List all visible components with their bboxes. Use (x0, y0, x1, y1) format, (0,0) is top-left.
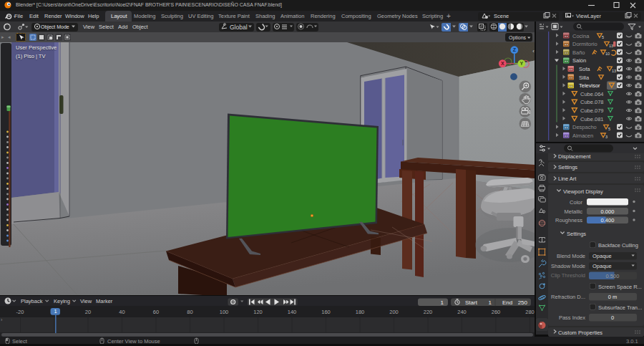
svg-text:Custom Properties: Custom Properties (558, 330, 602, 336)
svg-text:‹: ‹ (532, 48, 535, 54)
svg-text:X: X (501, 61, 504, 66)
svg-text:Baño: Baño (572, 49, 585, 56)
svg-text:13: 13 (612, 69, 616, 73)
svg-text:260: 260 (492, 309, 501, 315)
svg-text:40: 40 (119, 309, 125, 315)
svg-text:-20: -20 (16, 309, 24, 315)
svg-text:0.000: 0.000 (601, 208, 615, 215)
svg-text:Dormitorio: Dormitorio (572, 41, 597, 47)
svg-text:Settings: Settings (567, 231, 586, 237)
svg-text:250: 250 (518, 299, 528, 306)
svg-text:Marker: Marker (96, 298, 113, 304)
svg-text:Displacement: Displacement (558, 153, 591, 160)
svg-text:Almacen: Almacen (572, 133, 593, 139)
svg-text:180: 180 (356, 309, 365, 315)
svg-text:Cube.064: Cube.064 (580, 91, 604, 97)
svg-text:20: 20 (85, 309, 91, 315)
svg-text:Keying: Keying (54, 298, 70, 304)
svg-text:Televisor: Televisor (579, 82, 600, 89)
svg-text:Clip Threshold: Clip Threshold (551, 272, 585, 279)
svg-text:0.400: 0.400 (601, 217, 615, 224)
svg-text:100: 100 (220, 309, 229, 315)
svg-text:Roughness: Roughness (555, 217, 582, 224)
svg-text:0 m: 0 m (608, 294, 618, 300)
svg-text:5: 5 (608, 127, 610, 131)
svg-text:Screen Space R...: Screen Space R... (598, 284, 642, 290)
svg-text:Cube.078: Cube.078 (580, 99, 604, 105)
svg-text:Y: Y (520, 61, 524, 66)
svg-text:Cube.081: Cube.081 (580, 116, 604, 122)
svg-text:140: 140 (288, 309, 297, 315)
svg-text:Sofa: Sofa (579, 66, 590, 72)
svg-text:280: 280 (525, 309, 535, 315)
svg-text:Cube.079: Cube.079 (580, 107, 604, 114)
svg-text:View: View (80, 298, 92, 304)
svg-text:3: 3 (605, 135, 608, 139)
svg-text:Start: Start (465, 299, 478, 306)
svg-text:Cocina: Cocina (572, 33, 590, 39)
svg-text:Playback: Playback (21, 298, 43, 304)
svg-text:Despacho: Despacho (572, 124, 597, 130)
svg-text:13: 13 (609, 44, 613, 48)
svg-text:Color: Color (570, 199, 582, 206)
svg-text:0.500: 0.500 (606, 273, 620, 279)
svg-text:Viewport Display: Viewport Display (563, 188, 603, 195)
svg-text:Refraction D...: Refraction D... (551, 294, 585, 300)
svg-text:200: 200 (389, 309, 399, 315)
svg-text:160: 160 (321, 309, 331, 315)
svg-text:120: 120 (253, 309, 263, 315)
svg-text:Backface Culling: Backface Culling (598, 242, 638, 249)
svg-text:Shadow Mode: Shadow Mode (551, 263, 585, 269)
svg-text:1: 1 (441, 299, 444, 306)
svg-text:60: 60 (153, 309, 159, 315)
svg-text:Settings: Settings (558, 164, 577, 170)
svg-text:Silla: Silla (579, 75, 590, 81)
svg-text:1: 1 (489, 299, 492, 306)
svg-text:Opaque: Opaque (592, 263, 612, 269)
svg-text:10: 10 (605, 52, 610, 56)
svg-text:5: 5 (602, 35, 604, 39)
svg-text:0: 0 (611, 314, 614, 321)
svg-text:Metallic: Metallic (565, 208, 583, 215)
svg-text:Pass Index: Pass Index (559, 314, 585, 321)
svg-text:220: 220 (424, 309, 433, 315)
svg-text:80: 80 (187, 309, 192, 315)
svg-text:1: 1 (54, 308, 57, 314)
svg-text:Z: Z (513, 47, 517, 52)
svg-text:Opaque: Opaque (592, 253, 612, 259)
svg-text:Line Art: Line Art (558, 176, 577, 182)
svg-text:Subsurface Tran...: Subsurface Tran... (598, 304, 642, 311)
svg-text:Blend Mode: Blend Mode (557, 253, 585, 259)
svg-text:240: 240 (457, 309, 467, 315)
svg-text:End: End (502, 299, 512, 306)
svg-text:Salón: Salón (572, 57, 586, 64)
